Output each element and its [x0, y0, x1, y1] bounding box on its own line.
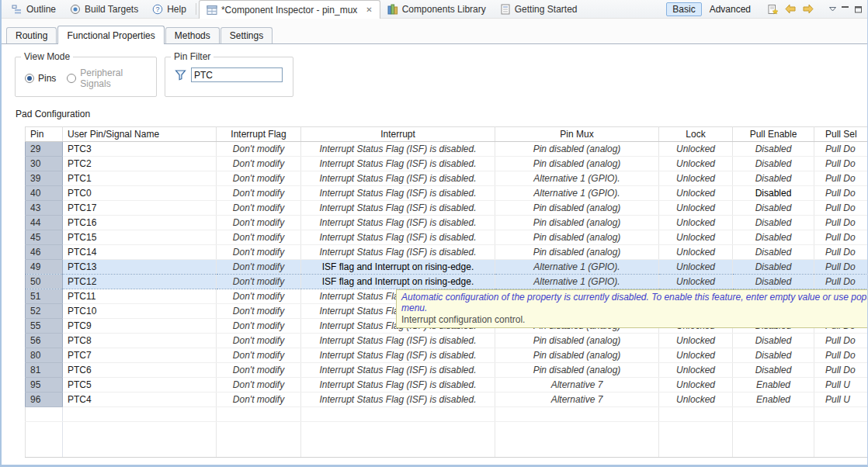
cell-pull_sel[interactable]: Pull Do — [814, 363, 868, 378]
cell-interrupt[interactable]: Interrupt Status Flag (ISF) is disabled. — [301, 245, 495, 260]
view-menu-icon[interactable] — [829, 7, 836, 12]
cell-interrupt_flag[interactable]: Don't modify — [217, 348, 301, 363]
column-header-pull-enable[interactable]: Pull Enable — [733, 127, 814, 142]
cell-name[interactable]: PTC11 — [63, 289, 217, 304]
cell-pull_enable[interactable]: Disabled — [733, 245, 814, 260]
cell-pull_sel[interactable]: Pull U — [814, 378, 868, 393]
cell-pin[interactable]: 43 — [26, 201, 63, 216]
cell-interrupt[interactable]: Interrupt Status Flag (ISF) is disabled. — [301, 230, 495, 245]
cell-name[interactable]: PTC10 — [63, 304, 217, 319]
cell-pin[interactable]: 56 — [26, 334, 63, 348]
cell-pin[interactable]: 46 — [26, 245, 63, 260]
table-row-ptc14[interactable]: 46PTC14Don't modifyInterrupt Status Flag… — [26, 245, 868, 260]
cell-lock[interactable]: Unlocked — [659, 171, 733, 186]
cell-interrupt_flag[interactable]: Don't modify — [217, 157, 301, 171]
view-tab-components-library[interactable]: Components Library — [380, 0, 493, 18]
table-row-ptc4[interactable]: 96PTC4Don't modifyInterrupt Status Flag … — [26, 393, 868, 407]
cell-interrupt_flag[interactable]: Don't modify — [217, 216, 301, 230]
cell-interrupt_flag[interactable]: Don't modify — [217, 289, 301, 304]
cell-lock[interactable]: Unlocked — [659, 157, 733, 171]
cell-interrupt[interactable]: Interrupt Status Flag (ISF) is disabled. — [301, 363, 495, 378]
cell-name[interactable]: PTC5 — [63, 378, 217, 393]
cell-interrupt_flag[interactable]: Don't modify — [217, 201, 301, 216]
cell-name[interactable]: PTC17 — [63, 201, 217, 216]
cell-name[interactable]: PTC13 — [63, 260, 217, 275]
cell-pin[interactable]: 50 — [26, 275, 63, 289]
cell-pull_sel[interactable]: Pull Do — [814, 260, 868, 275]
cell-interrupt_flag[interactable]: Don't modify — [217, 142, 301, 157]
cell-pin[interactable]: 45 — [26, 230, 63, 245]
table-row-ptc15[interactable]: 45PTC15Don't modifyInterrupt Status Flag… — [26, 230, 868, 245]
cell-name[interactable]: PTC9 — [63, 319, 217, 334]
cell-interrupt[interactable]: ISF flag and Interrupt on rising-edge. — [301, 275, 495, 289]
cell-pull_enable[interactable]: Disabled — [733, 171, 814, 186]
cell-pin[interactable]: 81 — [26, 363, 63, 378]
cell-pin_mux[interactable]: Pin disabled (analog) — [495, 216, 659, 230]
cell-interrupt_flag[interactable]: Don't modify — [217, 260, 301, 275]
cell-lock[interactable]: Unlocked — [659, 186, 733, 201]
cell-interrupt_flag[interactable]: Don't modify — [217, 393, 301, 407]
cell-pull_sel[interactable]: Pull Do — [814, 157, 868, 171]
cell-pull_sel[interactable]: Pull Do — [814, 201, 868, 216]
cell-name[interactable]: PTC8 — [63, 334, 217, 348]
basic-button[interactable]: Basic — [666, 2, 701, 16]
cell-pin_mux[interactable]: Pin disabled (analog) — [495, 230, 659, 245]
cell-lock[interactable]: Unlocked — [659, 260, 733, 275]
cell-pin_mux[interactable]: Pin disabled (analog) — [495, 157, 659, 171]
cell-name[interactable]: PTC3 — [63, 142, 217, 157]
cell-name[interactable]: PTC15 — [63, 230, 217, 245]
radio-peripheral-signals[interactable]: Peripheral Signals — [67, 67, 147, 89]
cell-pin_mux[interactable]: Pin disabled (analog) — [495, 334, 659, 348]
column-header-lock[interactable]: Lock — [659, 127, 733, 142]
cell-lock[interactable]: Unlocked — [659, 216, 733, 230]
cell-pin_mux[interactable]: Alternative 7 — [495, 393, 659, 407]
cell-name[interactable]: PTC2 — [63, 157, 217, 171]
cell-pin[interactable]: 44 — [26, 216, 63, 230]
cell-interrupt[interactable]: Interrupt Status Flag (ISF) is disabled. — [301, 348, 495, 363]
cell-name[interactable]: PTC12 — [63, 275, 217, 289]
cell-pull_sel[interactable]: Pull Do — [814, 348, 868, 363]
toolbar-item-outline[interactable]: Outline — [5, 0, 63, 18]
cell-interrupt_flag[interactable]: Don't modify — [217, 230, 301, 245]
cell-lock[interactable]: Unlocked — [659, 393, 733, 407]
cell-interrupt[interactable]: Interrupt Status Flag (ISF) is disabled. — [301, 142, 495, 157]
cell-pin_mux[interactable]: Alternative 1 (GPIO). — [495, 260, 659, 275]
cell-interrupt[interactable]: Interrupt Status Flag (ISF) is disabled. — [301, 186, 495, 201]
cell-pull_sel[interactable]: Pull Do — [814, 245, 868, 260]
cell-lock[interactable]: Unlocked — [659, 245, 733, 260]
column-header-pull-sel[interactable]: Pull Sel — [814, 127, 868, 142]
cell-name[interactable]: PTC4 — [63, 393, 217, 407]
cell-pin_mux[interactable]: Pin disabled (analog) — [495, 348, 659, 363]
cell-pin[interactable]: 40 — [26, 186, 63, 201]
cell-lock[interactable]: Unlocked — [659, 363, 733, 378]
column-header-pin-mux[interactable]: Pin Mux — [495, 127, 659, 142]
cell-pull_sel[interactable]: Pull Do — [814, 171, 868, 186]
pin-filter-input[interactable] — [191, 67, 283, 82]
cell-name[interactable]: PTC7 — [63, 348, 217, 363]
cell-interrupt[interactable]: Interrupt Status Flag (ISF) is disabled. — [301, 201, 495, 216]
cell-name[interactable]: PTC1 — [63, 171, 217, 186]
cell-name[interactable]: PTC0 — [63, 186, 217, 201]
cell-pin_mux[interactable]: Alternative 1 (GPIO). — [495, 186, 659, 201]
column-header-user-pin-signal-name[interactable]: User Pin/Signal Name — [63, 127, 217, 142]
cell-pull_enable[interactable]: Enabled — [733, 378, 814, 393]
cell-lock[interactable]: Unlocked — [659, 230, 733, 245]
cell-pull_enable[interactable]: Disabled — [733, 334, 814, 348]
cell-interrupt[interactable]: Interrupt Status Flag (ISF) is disabled. — [301, 393, 495, 407]
column-header-interrupt[interactable]: Interrupt — [301, 127, 495, 142]
cell-pin[interactable]: 96 — [26, 393, 63, 407]
cell-pull_sel[interactable]: Pull Do — [814, 142, 868, 157]
cell-pull_enable[interactable]: Disabled — [733, 142, 814, 157]
cell-lock[interactable]: Unlocked — [659, 275, 733, 289]
cell-pin_mux[interactable]: Alternative 1 (GPIO). — [495, 275, 659, 289]
cell-interrupt_flag[interactable]: Don't modify — [217, 171, 301, 186]
cell-pin_mux[interactable]: Alternative 7 — [495, 378, 659, 393]
tab-methods[interactable]: Methods — [165, 27, 220, 43]
cell-interrupt_flag[interactable]: Don't modify — [217, 304, 301, 319]
cell-interrupt_flag[interactable]: Don't modify — [217, 245, 301, 260]
cell-pin[interactable]: 30 — [26, 157, 63, 171]
cell-pull_enable[interactable]: Disabled — [733, 157, 814, 171]
table-row-ptc8[interactable]: 56PTC8Don't modifyInterrupt Status Flag … — [26, 334, 868, 348]
toolbar-item-help[interactable]: ?Help — [145, 0, 193, 18]
back-icon[interactable] — [783, 4, 797, 14]
